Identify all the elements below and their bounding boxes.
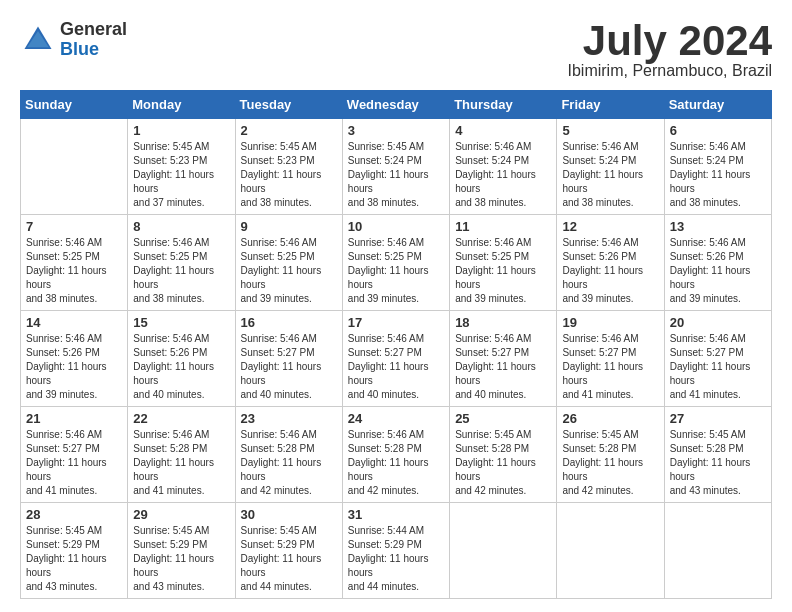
weekday-header: Wednesday [342,91,449,119]
day-number: 15 [133,315,229,330]
calendar-cell [557,503,664,599]
day-info: Sunrise: 5:45 AMSunset: 5:29 PMDaylight:… [133,524,229,594]
calendar-cell: 11Sunrise: 5:46 AMSunset: 5:25 PMDayligh… [450,215,557,311]
day-info: Sunrise: 5:46 AMSunset: 5:25 PMDaylight:… [455,236,551,306]
calendar-cell: 6Sunrise: 5:46 AMSunset: 5:24 PMDaylight… [664,119,771,215]
calendar-cell: 27Sunrise: 5:45 AMSunset: 5:28 PMDayligh… [664,407,771,503]
calendar-week-row: 14Sunrise: 5:46 AMSunset: 5:26 PMDayligh… [21,311,772,407]
calendar-cell [450,503,557,599]
calendar-cell: 1Sunrise: 5:45 AMSunset: 5:23 PMDaylight… [128,119,235,215]
day-info: Sunrise: 5:46 AMSunset: 5:24 PMDaylight:… [455,140,551,210]
day-number: 19 [562,315,658,330]
weekday-header: Sunday [21,91,128,119]
calendar-week-row: 21Sunrise: 5:46 AMSunset: 5:27 PMDayligh… [21,407,772,503]
day-number: 12 [562,219,658,234]
logo-blue: Blue [60,40,127,60]
day-info: Sunrise: 5:46 AMSunset: 5:27 PMDaylight:… [348,332,444,402]
day-info: Sunrise: 5:46 AMSunset: 5:27 PMDaylight:… [26,428,122,498]
day-number: 20 [670,315,766,330]
day-number: 31 [348,507,444,522]
page-header: General Blue July 2024 Ibimirim, Pernamb… [20,20,772,80]
logo-general: General [60,20,127,40]
day-number: 9 [241,219,337,234]
calendar-cell: 18Sunrise: 5:46 AMSunset: 5:27 PMDayligh… [450,311,557,407]
day-info: Sunrise: 5:46 AMSunset: 5:26 PMDaylight:… [562,236,658,306]
calendar-table: SundayMondayTuesdayWednesdayThursdayFrid… [20,90,772,599]
day-number: 4 [455,123,551,138]
calendar-cell: 19Sunrise: 5:46 AMSunset: 5:27 PMDayligh… [557,311,664,407]
calendar-cell: 7Sunrise: 5:46 AMSunset: 5:25 PMDaylight… [21,215,128,311]
day-info: Sunrise: 5:45 AMSunset: 5:23 PMDaylight:… [133,140,229,210]
calendar-cell: 5Sunrise: 5:46 AMSunset: 5:24 PMDaylight… [557,119,664,215]
calendar-cell: 28Sunrise: 5:45 AMSunset: 5:29 PMDayligh… [21,503,128,599]
day-info: Sunrise: 5:46 AMSunset: 5:26 PMDaylight:… [670,236,766,306]
calendar-cell: 4Sunrise: 5:46 AMSunset: 5:24 PMDaylight… [450,119,557,215]
weekday-header-row: SundayMondayTuesdayWednesdayThursdayFrid… [21,91,772,119]
day-info: Sunrise: 5:45 AMSunset: 5:29 PMDaylight:… [241,524,337,594]
day-number: 14 [26,315,122,330]
calendar-cell: 17Sunrise: 5:46 AMSunset: 5:27 PMDayligh… [342,311,449,407]
logo-icon [20,22,56,58]
day-number: 17 [348,315,444,330]
day-number: 13 [670,219,766,234]
day-number: 8 [133,219,229,234]
weekday-header: Tuesday [235,91,342,119]
weekday-header: Thursday [450,91,557,119]
day-info: Sunrise: 5:45 AMSunset: 5:28 PMDaylight:… [562,428,658,498]
title-area: July 2024 Ibimirim, Pernambuco, Brazil [568,20,773,80]
day-number: 6 [670,123,766,138]
calendar-cell: 12Sunrise: 5:46 AMSunset: 5:26 PMDayligh… [557,215,664,311]
day-info: Sunrise: 5:45 AMSunset: 5:23 PMDaylight:… [241,140,337,210]
calendar-cell: 21Sunrise: 5:46 AMSunset: 5:27 PMDayligh… [21,407,128,503]
calendar-cell: 20Sunrise: 5:46 AMSunset: 5:27 PMDayligh… [664,311,771,407]
calendar-cell: 24Sunrise: 5:46 AMSunset: 5:28 PMDayligh… [342,407,449,503]
logo: General Blue [20,20,127,60]
calendar-cell: 30Sunrise: 5:45 AMSunset: 5:29 PMDayligh… [235,503,342,599]
day-number: 11 [455,219,551,234]
day-number: 29 [133,507,229,522]
day-number: 24 [348,411,444,426]
day-info: Sunrise: 5:45 AMSunset: 5:29 PMDaylight:… [26,524,122,594]
day-info: Sunrise: 5:46 AMSunset: 5:25 PMDaylight:… [26,236,122,306]
day-info: Sunrise: 5:46 AMSunset: 5:26 PMDaylight:… [26,332,122,402]
weekday-header: Friday [557,91,664,119]
day-number: 18 [455,315,551,330]
day-number: 27 [670,411,766,426]
day-number: 26 [562,411,658,426]
day-info: Sunrise: 5:46 AMSunset: 5:24 PMDaylight:… [562,140,658,210]
day-info: Sunrise: 5:46 AMSunset: 5:28 PMDaylight:… [241,428,337,498]
day-number: 10 [348,219,444,234]
calendar-cell: 13Sunrise: 5:46 AMSunset: 5:26 PMDayligh… [664,215,771,311]
day-info: Sunrise: 5:46 AMSunset: 5:25 PMDaylight:… [133,236,229,306]
day-number: 30 [241,507,337,522]
calendar-week-row: 1Sunrise: 5:45 AMSunset: 5:23 PMDaylight… [21,119,772,215]
calendar-cell: 23Sunrise: 5:46 AMSunset: 5:28 PMDayligh… [235,407,342,503]
day-number: 28 [26,507,122,522]
day-number: 16 [241,315,337,330]
calendar-cell: 2Sunrise: 5:45 AMSunset: 5:23 PMDaylight… [235,119,342,215]
calendar-cell: 10Sunrise: 5:46 AMSunset: 5:25 PMDayligh… [342,215,449,311]
day-number: 5 [562,123,658,138]
calendar-week-row: 28Sunrise: 5:45 AMSunset: 5:29 PMDayligh… [21,503,772,599]
calendar-cell: 31Sunrise: 5:44 AMSunset: 5:29 PMDayligh… [342,503,449,599]
day-number: 3 [348,123,444,138]
calendar-cell: 22Sunrise: 5:46 AMSunset: 5:28 PMDayligh… [128,407,235,503]
day-number: 7 [26,219,122,234]
day-info: Sunrise: 5:44 AMSunset: 5:29 PMDaylight:… [348,524,444,594]
day-info: Sunrise: 5:46 AMSunset: 5:24 PMDaylight:… [670,140,766,210]
weekday-header: Monday [128,91,235,119]
day-number: 22 [133,411,229,426]
day-info: Sunrise: 5:46 AMSunset: 5:25 PMDaylight:… [348,236,444,306]
calendar-cell: 25Sunrise: 5:45 AMSunset: 5:28 PMDayligh… [450,407,557,503]
calendar-cell: 3Sunrise: 5:45 AMSunset: 5:24 PMDaylight… [342,119,449,215]
day-info: Sunrise: 5:46 AMSunset: 5:27 PMDaylight:… [562,332,658,402]
day-info: Sunrise: 5:46 AMSunset: 5:25 PMDaylight:… [241,236,337,306]
location: Ibimirim, Pernambuco, Brazil [568,62,773,80]
month-title: July 2024 [568,20,773,62]
day-info: Sunrise: 5:46 AMSunset: 5:27 PMDaylight:… [241,332,337,402]
day-info: Sunrise: 5:46 AMSunset: 5:28 PMDaylight:… [348,428,444,498]
day-number: 21 [26,411,122,426]
calendar-cell [664,503,771,599]
calendar-cell: 15Sunrise: 5:46 AMSunset: 5:26 PMDayligh… [128,311,235,407]
logo-text: General Blue [60,20,127,60]
